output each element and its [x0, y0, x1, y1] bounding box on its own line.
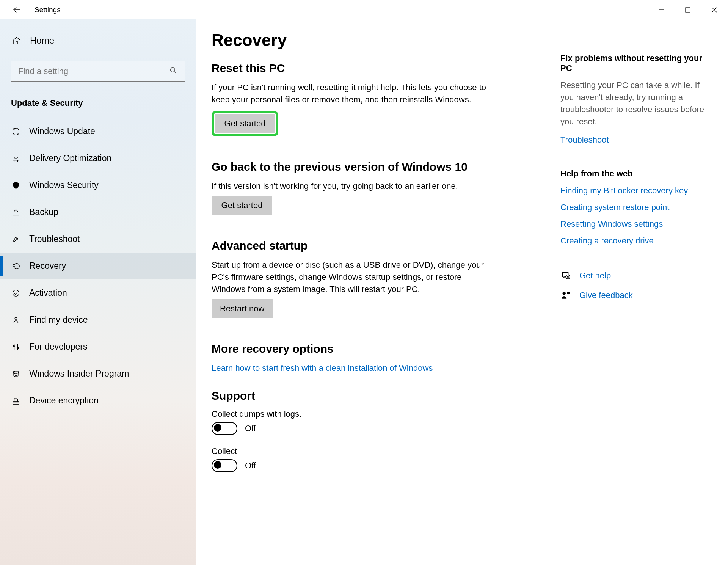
sidebar-section-title: Update & Security: [11, 98, 185, 108]
wrench-icon: [11, 234, 21, 244]
side-web: Help from the web Finding my BitLocker r…: [560, 169, 712, 247]
search-box[interactable]: [11, 61, 185, 82]
section-goback: Go back to the previous version of Windo…: [212, 160, 492, 215]
start-fresh-link[interactable]: Learn how to start fresh with a clean in…: [212, 362, 492, 374]
section-advanced: Advanced startup Start up from a device …: [212, 239, 492, 318]
maximize-button[interactable]: [675, 0, 701, 19]
recovery-icon: [11, 261, 21, 271]
sidebar-item-delivery-optimization[interactable]: Delivery Optimization: [0, 145, 196, 172]
svg-point-23: [14, 373, 15, 374]
svg-point-15: [13, 290, 19, 296]
side-web-title: Help from the web: [560, 169, 712, 179]
sidebar-item-label: Windows Update: [29, 126, 95, 137]
advanced-title: Advanced startup: [212, 239, 492, 252]
insider-icon: [11, 369, 21, 379]
section-more: More recovery options Learn how to start…: [212, 342, 492, 374]
dumps-state: Off: [245, 424, 256, 433]
sidebar-item-label: Activation: [29, 288, 67, 298]
sidebar-item-backup[interactable]: Backup: [0, 199, 196, 226]
svg-line-6: [174, 72, 176, 73]
svg-point-24: [17, 373, 17, 374]
developer-icon: [11, 342, 21, 352]
web-help-link-3[interactable]: Creating a recovery drive: [560, 235, 712, 247]
web-help-link-1[interactable]: Creating system restore point: [560, 201, 712, 213]
search-input[interactable]: [17, 66, 169, 77]
sidebar-item-label: Troubleshoot: [29, 234, 80, 244]
reset-desc: If your PC isn't running well, resetting…: [212, 82, 492, 106]
restart-now-button[interactable]: Restart now: [212, 299, 273, 318]
sidebar-item-for-developers[interactable]: For developers: [0, 333, 196, 360]
sidebar-home-label: Home: [30, 35, 54, 46]
dumps-toggle[interactable]: [212, 422, 237, 435]
sync-icon: [11, 127, 21, 137]
svg-rect-2: [686, 8, 690, 12]
check-circle-icon: [11, 288, 21, 298]
sidebar-item-label: Delivery Optimization: [29, 153, 111, 163]
collect-state: Off: [245, 461, 256, 471]
svg-point-16: [15, 317, 17, 319]
dumps-label: Collect dumps with logs.: [212, 409, 492, 419]
svg-point-5: [171, 68, 175, 72]
get-help-row[interactable]: ? Get help: [560, 270, 712, 282]
sidebar-item-label: Recovery: [29, 261, 66, 271]
sidebar-item-activation[interactable]: Activation: [0, 279, 196, 306]
page-title: Recovery: [212, 31, 492, 50]
sidebar-item-device-encryption[interactable]: Device encryption: [0, 387, 196, 414]
shield-icon: [11, 180, 21, 190]
troubleshoot-link[interactable]: Troubleshoot: [560, 134, 712, 146]
backup-icon: [11, 207, 21, 217]
sidebar-item-label: Windows Insider Program: [29, 369, 129, 379]
close-button[interactable]: [701, 0, 728, 19]
sidebar-home[interactable]: Home: [11, 34, 185, 47]
back-button[interactable]: [11, 4, 23, 16]
home-icon: [12, 36, 22, 46]
find-device-icon: [11, 315, 21, 325]
advanced-desc: Start up from a device or disc (such as …: [212, 259, 492, 295]
sidebar-item-label: Find my device: [29, 315, 88, 325]
sidebar-item-label: For developers: [29, 342, 87, 352]
section-support: Support Collect dumps with logs. Off Col…: [212, 389, 492, 472]
sidebar-item-label: Backup: [29, 207, 58, 217]
side-fix-title: Fix problems without resetting your PC: [560, 53, 712, 73]
titlebar: Settings: [0, 0, 728, 19]
get-help-link[interactable]: Get help: [579, 270, 611, 282]
collect-toggle[interactable]: [212, 459, 237, 472]
section-reset: Reset this PC If your PC isn't running w…: [212, 62, 492, 136]
sidebar-item-windows-update[interactable]: Windows Update: [0, 118, 196, 145]
sidebar-item-windows-security[interactable]: Windows Security: [0, 172, 196, 199]
encryption-icon: [11, 396, 21, 406]
collect-label: Collect: [212, 446, 492, 456]
reset-get-started-button[interactable]: Get started: [215, 114, 275, 133]
goback-get-started-button[interactable]: Get started: [212, 196, 272, 215]
side-fix: Fix problems without resetting your PC R…: [560, 53, 712, 146]
help-icon: ?: [560, 270, 571, 281]
feedback-icon: [560, 290, 571, 301]
window-title: Settings: [35, 6, 61, 14]
goback-desc: If this version isn't working for you, t…: [212, 180, 492, 192]
delivery-icon: [11, 154, 21, 163]
sidebar-item-label: Device encryption: [29, 396, 99, 406]
sidebar-item-find-my-device[interactable]: Find my device: [0, 306, 196, 333]
minimize-button[interactable]: [648, 0, 675, 19]
reset-title: Reset this PC: [212, 62, 492, 75]
sidebar-item-troubleshoot[interactable]: Troubleshoot: [0, 226, 196, 253]
sidebar-item-label: Windows Security: [29, 180, 99, 190]
side-actions: ? Get help Give feedback: [560, 270, 712, 301]
search-icon: [169, 67, 179, 76]
support-title: Support: [212, 389, 492, 402]
svg-text:?: ?: [567, 276, 568, 279]
web-help-link-0[interactable]: Finding my BitLocker recovery key: [560, 185, 712, 197]
web-help-link-2[interactable]: Resetting Windows settings: [560, 218, 712, 230]
give-feedback-link[interactable]: Give feedback: [579, 289, 633, 301]
sidebar: Home Update & Security Windows UpdateDel…: [0, 19, 196, 565]
side-fix-desc: Resetting your PC can take a while. If y…: [560, 79, 712, 128]
give-feedback-row[interactable]: Give feedback: [560, 289, 712, 301]
highlight-box: Get started: [212, 111, 278, 136]
sidebar-item-recovery[interactable]: Recovery: [0, 253, 196, 279]
more-title: More recovery options: [212, 342, 492, 355]
goback-title: Go back to the previous version of Windo…: [212, 160, 492, 173]
sidebar-item-windows-insider-program[interactable]: Windows Insider Program: [0, 360, 196, 387]
svg-point-29: [562, 292, 566, 295]
